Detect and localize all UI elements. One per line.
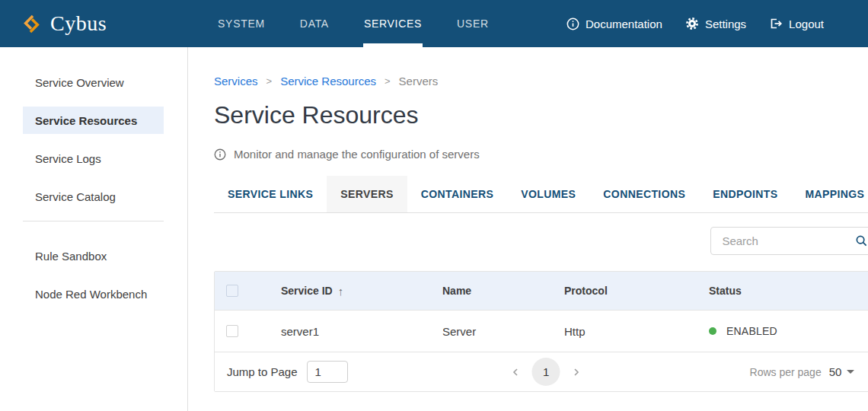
tab-endpoints[interactable]: ENDPOINTS <box>699 176 791 212</box>
column-header-label: Service ID <box>281 285 333 297</box>
rows-per-page: Rows per page 50 <box>750 365 855 378</box>
rows-per-page-select[interactable]: 50 <box>829 365 855 378</box>
column-header-name[interactable]: Name <box>442 285 564 297</box>
cell-protocol: Http <box>564 325 709 338</box>
sidebar: Service Overview Service Resources Servi… <box>0 47 188 411</box>
gear-icon <box>685 17 699 30</box>
status-badge: ENABLED <box>726 325 777 337</box>
tab-connections[interactable]: CONNECTIONS <box>589 176 699 212</box>
rows-per-page-label: Rows per page <box>750 366 822 378</box>
resource-tabs: SERVICE LINKS SERVERS CONTAINERS VOLUMES… <box>214 176 868 213</box>
page-subtitle: Monitor and manage the configuration of … <box>214 148 868 161</box>
sidebar-item-rule-sandbox[interactable]: Rule Sandbox <box>23 242 164 269</box>
breadcrumb-separator-icon: > <box>385 75 391 87</box>
nav-item-services[interactable]: SERVICES <box>364 0 422 47</box>
chevron-right-icon <box>571 367 582 378</box>
column-header-protocol[interactable]: Protocol <box>564 285 709 297</box>
page-title: Service Resources <box>214 102 868 129</box>
servers-table: Service ID ↑ Name Protocol Status server… <box>214 271 868 392</box>
row-checkbox[interactable] <box>226 325 238 337</box>
sidebar-item-service-catalog[interactable]: Service Catalog <box>23 183 164 210</box>
jump-to-page-label: Jump to Page <box>227 365 298 378</box>
sidebar-item-service-overview[interactable]: Service Overview <box>23 68 164 96</box>
rows-per-page-value: 50 <box>829 365 842 378</box>
pagination: 1 <box>511 358 582 386</box>
logout-icon <box>769 17 783 30</box>
nav-item-user[interactable]: USER <box>457 0 489 47</box>
tab-mappings[interactable]: MAPPINGS <box>791 176 868 212</box>
logout-link[interactable]: Logout <box>769 17 824 30</box>
settings-link[interactable]: Settings <box>685 17 746 30</box>
tab-servers[interactable]: SERVERS <box>327 176 407 212</box>
navbar-actions: Documentation Settings Logout <box>566 17 824 30</box>
nav-item-data[interactable]: DATA <box>300 0 329 47</box>
sidebar-item-service-logs[interactable]: Service Logs <box>23 145 164 172</box>
search-row <box>214 227 868 255</box>
settings-label: Settings <box>705 18 746 30</box>
previous-page-button[interactable] <box>511 367 522 378</box>
sidebar-item-service-resources[interactable]: Service Resources <box>23 107 164 134</box>
main-nav: SYSTEM DATA SERVICES USER <box>218 0 489 47</box>
brand-name: Cybus <box>50 13 107 34</box>
nav-item-system[interactable]: SYSTEM <box>218 0 265 47</box>
column-header-service-id[interactable]: Service ID ↑ <box>281 285 442 298</box>
documentation-link[interactable]: Documentation <box>566 18 662 30</box>
search-input[interactable] <box>720 234 855 248</box>
breadcrumb-link-service-resources[interactable]: Service Resources <box>280 75 376 88</box>
jump-to-page-input[interactable] <box>307 361 348 383</box>
breadcrumb-separator-icon: > <box>266 75 273 87</box>
tab-service-links[interactable]: SERVICE LINKS <box>214 176 327 212</box>
chevron-left-icon <box>511 367 522 378</box>
breadcrumb: Services > Service Resources > Servers <box>214 75 868 88</box>
cell-service-id: server1 <box>281 325 442 338</box>
subtitle-text: Monitor and manage the configuration of … <box>234 148 480 161</box>
caret-down-icon <box>847 370 854 374</box>
brand-logo[interactable]: Cybus <box>23 13 107 34</box>
table-row[interactable]: server1 Server Http ENABLED <box>215 310 868 352</box>
cell-name: Server <box>442 325 564 338</box>
tab-volumes[interactable]: VOLUMES <box>507 176 589 212</box>
sidebar-item-node-red-workbench[interactable]: Node Red Workbench <box>23 280 164 307</box>
logout-label: Logout <box>789 18 824 30</box>
sort-ascending-icon: ↑ <box>338 285 344 298</box>
info-icon <box>214 148 226 161</box>
page-number-button[interactable]: 1 <box>532 358 560 386</box>
next-page-button[interactable] <box>571 367 582 378</box>
breadcrumb-current: Servers <box>399 75 439 88</box>
top-navbar: Cybus SYSTEM DATA SERVICES USER Document… <box>0 0 868 47</box>
main-content: Services > Service Resources > Servers S… <box>188 47 868 411</box>
select-all-checkbox[interactable] <box>226 285 238 297</box>
search-icon[interactable] <box>855 234 868 247</box>
tab-containers[interactable]: CONTAINERS <box>407 176 508 212</box>
cell-status: ENABLED <box>709 325 868 337</box>
table-footer: Jump to Page 1 R <box>215 352 868 391</box>
table-header-row: Service ID ↑ Name Protocol Status <box>215 272 868 310</box>
sidebar-divider <box>23 221 164 221</box>
info-icon <box>566 18 579 30</box>
column-header-status[interactable]: Status <box>709 285 868 297</box>
breadcrumb-link-services[interactable]: Services <box>214 75 258 88</box>
search-box <box>710 227 868 255</box>
cybus-logo-icon <box>23 14 42 33</box>
status-enabled-dot-icon <box>709 327 716 335</box>
documentation-label: Documentation <box>586 18 662 30</box>
